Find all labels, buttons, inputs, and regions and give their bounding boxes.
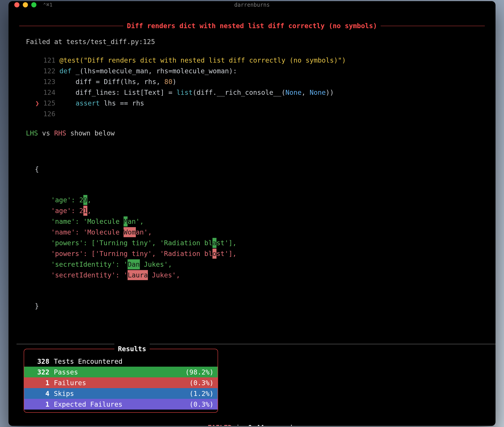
diff-output: { 'age': 29, 'age': 21, 'name': 'Molecul… — [35, 144, 485, 331]
zoom-button[interactable] — [31, 2, 37, 7]
diff-line: 'secretIdentity': 'Dan Jukes', — [35, 259, 485, 270]
minimize-button[interactable] — [23, 2, 28, 7]
diff-line: 'age': 21, — [35, 205, 485, 216]
results-skips: 4 Skips (1.2%) — [24, 388, 218, 399]
diff-brace-open: { — [35, 164, 485, 174]
code-line-125: ❯ 125 assert lhs == rhs — [30, 98, 485, 108]
failure-location: Failed at tests/test_diff.py:125 — [26, 37, 485, 47]
code-line-122: 122 def _(lhs=molecule_man, rhs=molecule… — [30, 66, 485, 76]
diff-line: 'powers': ['Turning tiny', 'Radiation bl… — [35, 248, 485, 259]
diff-line: 'age': 29, — [35, 194, 485, 205]
final-status: FAILED — [208, 424, 232, 426]
final-time: 0.44 — [248, 424, 264, 426]
test-name: Diff renders dict with nested list diff … — [123, 21, 381, 31]
test-header-rule: Diff renders dict with nested list diff … — [19, 21, 485, 31]
results-panel: Results 328 Tests Encountered 322 Passes… — [24, 349, 218, 413]
window-title: darrenburns — [8, 1, 496, 9]
code-line-126: 126 — [30, 108, 485, 119]
code-line-124: 124 diff_lines: List[Text] = list(diff._… — [30, 87, 485, 98]
results-encountered: 328 Tests Encountered — [24, 356, 218, 367]
code-line-121: 121 @test("Diff renders dict with nested… — [30, 55, 485, 66]
lhs-vs-rhs-label: LHS vs RHS shown below — [26, 128, 485, 138]
close-button[interactable] — [14, 2, 19, 7]
titlebar: ⌃⌘1 darrenburns — [8, 1, 496, 9]
terminal-window: ⌃⌘1 darrenburns Diff renders dict with n… — [8, 1, 496, 426]
terminal-body[interactable]: Diff renders dict with nested list diff … — [8, 9, 496, 426]
diff-line: 'name': 'Molecule Woman', — [35, 227, 485, 237]
diff-line: 'name': 'Molecule Man', — [35, 216, 485, 227]
tab-indicator: ⌃⌘1 — [43, 1, 53, 8]
code-line-123: 123 diff = Diff(lhs, rhs, 80) — [30, 76, 485, 87]
current-line-arrow: ❯ — [35, 99, 39, 107]
results-passes: 322 Passes (98.2%) — [24, 367, 218, 377]
diff-line: 'powers': ['Turning tiny', 'Radiation bl… — [35, 237, 485, 248]
results-failures: 1 Failures (0.3%) — [24, 377, 218, 388]
code-snippet: 121 @test("Diff renders dict with nested… — [30, 55, 485, 119]
results-expected-failures: 1 Expected Failures (0.3%) — [24, 399, 218, 410]
final-status-rule: FAILED in 0.44 seconds — [19, 423, 485, 426]
diff-line: 'secretIdentity': 'Laura Jukes', — [35, 270, 485, 280]
results-heading: Results — [114, 344, 150, 354]
diff-brace-close: } — [35, 300, 485, 311]
traffic-lights — [14, 2, 37, 7]
